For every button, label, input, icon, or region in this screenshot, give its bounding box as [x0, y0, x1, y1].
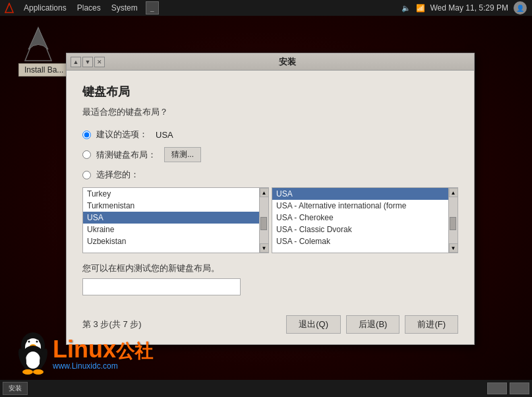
taskbar-indicator-1[interactable]: [487, 382, 507, 394]
linux-word: Linux: [53, 336, 116, 363]
install-button[interactable]: Install Ba...: [18, 63, 69, 76]
scroll-track[interactable]: [260, 197, 268, 243]
quit-button[interactable]: 退出(Q): [286, 315, 341, 334]
svg-point-10: [26, 351, 40, 369]
scroll-up-arrow[interactable]: ▲: [449, 188, 458, 197]
right-list-wrapper: USA USA - Alternative international (for…: [272, 187, 458, 253]
list-item[interactable]: Turkmenistan: [83, 200, 259, 212]
titlebar-up-button[interactable]: ▲: [71, 57, 81, 67]
test-label: 您可以在框内测试您的新键盘布局。: [82, 262, 458, 274]
user-icon[interactable]: 👤: [514, 1, 527, 15]
taskbar-item[interactable]: 安装: [3, 382, 28, 395]
linux-brand: Linux公社: [53, 338, 153, 361]
suggested-value: USA: [156, 130, 173, 140]
section-subtitle: 最适合您的键盘布局？: [82, 106, 458, 118]
install-dialog: ▲ ▼ ✕ 安装 键盘布局 最适合您的键盘布局？ 建议的选项： USA 猜测键盘…: [66, 53, 475, 345]
radio-guess[interactable]: [82, 150, 91, 159]
back-button[interactable]: 后退(B): [346, 315, 399, 334]
network-icon: 📶: [416, 4, 425, 13]
radio-guess-label[interactable]: 猜测键盘布局：: [96, 149, 156, 161]
list-item[interactable]: Ukraine: [83, 224, 259, 235]
tux-icon: [13, 331, 53, 377]
right-scrollbar[interactable]: ▲ ▼: [449, 187, 458, 253]
svg-line-1: [7, 3, 9, 9]
svg-marker-0: [5, 3, 13, 13]
dialog-title: 安装: [105, 56, 470, 68]
list-item[interactable]: USA - Alternative international (forme: [272, 200, 448, 212]
list-item[interactable]: USA - Classic Dvorak: [272, 224, 448, 235]
radio-suggested-row: 建议的选项： USA: [82, 129, 458, 140]
list-item[interactable]: USA - Colemak: [272, 235, 448, 247]
scroll-thumb[interactable]: [260, 217, 267, 230]
radio-choose-row: 选择您的：: [82, 169, 458, 181]
bottom-buttons: 退出(Q) 后退(B) 前进(F): [286, 315, 458, 334]
menu-places[interactable]: Places: [72, 0, 106, 16]
menubar-left: Applications Places System _: [0, 0, 401, 16]
forward-button[interactable]: 前进(F): [405, 315, 458, 334]
install-button-label: Install Ba...: [24, 65, 63, 75]
keyboard-test-input[interactable]: [82, 278, 241, 295]
terminal-icon[interactable]: _: [146, 1, 159, 15]
keyboard-lists: Turkey Turkmenistan USA Ukraine Uzbekist…: [82, 187, 458, 253]
right-list[interactable]: USA USA - Alternative international (for…: [272, 187, 449, 253]
radio-suggested[interactable]: [82, 131, 91, 139]
list-item-selected[interactable]: USA: [83, 212, 259, 224]
list-item[interactable]: Uzbekistan: [83, 235, 259, 247]
list-item-selected[interactable]: USA: [272, 188, 448, 200]
left-scrollbar[interactable]: ▲ ▼: [260, 187, 269, 253]
watermark: Linux公社 www.Linuxidc.com: [13, 331, 153, 377]
scroll-track[interactable]: [449, 197, 458, 243]
menubar: Applications Places System _ 🔈 📶 Wed May…: [0, 0, 532, 16]
radio-choose-label[interactable]: 选择您的：: [96, 169, 139, 181]
svg-point-6: [28, 341, 30, 343]
gonghe-word: 公社: [116, 341, 153, 361]
radio-guess-row: 猜测键盘布局： 猜测...: [82, 147, 458, 162]
menubar-right: 🔈 📶 Wed May 11, 5:29 PM 👤: [401, 1, 533, 15]
taskbar-indicator-2[interactable]: [510, 382, 529, 394]
dialog-content: 键盘布局 最适合您的键盘布局？ 建议的选项： USA 猜测键盘布局： 猜测...…: [67, 71, 474, 309]
titlebar-close-button[interactable]: ✕: [94, 57, 105, 67]
scroll-down-arrow[interactable]: ▼: [260, 243, 269, 253]
left-list[interactable]: Turkey Turkmenistan USA Ukraine Uzbekist…: [82, 187, 260, 253]
list-item[interactable]: Turkey: [83, 188, 259, 200]
kali-menu-icon[interactable]: [3, 1, 16, 15]
svg-point-7: [36, 341, 38, 343]
titlebar-down-button[interactable]: ▼: [82, 57, 93, 67]
scroll-up-arrow[interactable]: ▲: [260, 188, 269, 197]
scroll-down-arrow[interactable]: ▼: [449, 243, 458, 253]
kali-logo: [18, 26, 58, 65]
scroll-thumb[interactable]: [450, 217, 456, 230]
menu-system[interactable]: System: [106, 0, 143, 16]
titlebar-buttons: ▲ ▼ ✕: [71, 57, 105, 67]
left-list-wrapper: Turkey Turkmenistan USA Ukraine Uzbekist…: [82, 187, 269, 253]
radio-suggested-label[interactable]: 建议的选项：: [96, 129, 148, 140]
section-title: 键盘布局: [82, 84, 458, 100]
radio-choose[interactable]: [82, 171, 91, 179]
taskbar: 安装: [0, 380, 532, 397]
guess-button[interactable]: 猜测...: [164, 147, 201, 162]
svg-point-13: [22, 369, 33, 375]
menu-applications[interactable]: Applications: [18, 0, 72, 16]
datetime: Wed May 11, 5:29 PM: [430, 3, 509, 13]
svg-point-14: [33, 369, 44, 375]
taskbar-right: [487, 382, 529, 394]
list-item[interactable]: USA - Cherokee: [272, 212, 448, 224]
watermark-text: Linux公社 www.Linuxidc.com: [53, 338, 153, 371]
watermark-url: www.Linuxidc.com: [53, 361, 153, 371]
dialog-titlebar: ▲ ▼ ✕ 安装: [67, 53, 474, 71]
step-label: 第 3 步(共 7 步): [82, 319, 286, 330]
volume-icon: 🔈: [401, 4, 411, 13]
